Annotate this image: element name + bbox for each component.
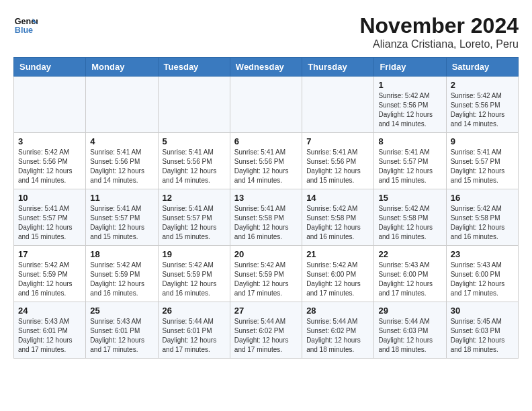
calendar-cell: 6Sunrise: 5:41 AMSunset: 5:56 PMDaylight… xyxy=(230,133,302,189)
calendar-cell: 26Sunrise: 5:44 AMSunset: 6:01 PMDayligh… xyxy=(158,302,230,359)
day-info: Sunrise: 5:41 AMSunset: 5:57 PMDaylight:… xyxy=(18,204,81,242)
day-info: Sunrise: 5:42 AMSunset: 5:56 PMDaylight:… xyxy=(378,91,441,129)
calendar-cell: 3Sunrise: 5:42 AMSunset: 5:56 PMDaylight… xyxy=(14,133,86,189)
day-number: 22 xyxy=(378,249,441,259)
day-number: 27 xyxy=(234,306,298,316)
header-thursday: Thursday xyxy=(302,58,374,77)
calendar-cell: 18Sunrise: 5:42 AMSunset: 5:59 PMDayligh… xyxy=(86,246,158,302)
day-info: Sunrise: 5:41 AMSunset: 5:56 PMDaylight:… xyxy=(90,148,153,185)
calendar-cell: 1Sunrise: 5:42 AMSunset: 5:56 PMDaylight… xyxy=(374,77,446,133)
day-info: Sunrise: 5:42 AMSunset: 5:56 PMDaylight:… xyxy=(18,148,81,185)
day-number: 12 xyxy=(163,193,226,203)
calendar-cell: 27Sunrise: 5:44 AMSunset: 6:02 PMDayligh… xyxy=(230,302,302,359)
calendar-cell: 22Sunrise: 5:43 AMSunset: 6:00 PMDayligh… xyxy=(374,246,446,302)
calendar-cell xyxy=(302,77,374,133)
header-sunday: Sunday xyxy=(14,58,86,77)
day-info: Sunrise: 5:43 AMSunset: 6:01 PMDaylight:… xyxy=(90,317,153,355)
calendar-table: Sunday Monday Tuesday Wednesday Thursday… xyxy=(13,57,519,359)
day-number: 5 xyxy=(163,136,226,146)
day-number: 14 xyxy=(306,193,369,203)
calendar-cell: 10Sunrise: 5:41 AMSunset: 5:57 PMDayligh… xyxy=(14,189,86,246)
week-row-1: 1Sunrise: 5:42 AMSunset: 5:56 PMDaylight… xyxy=(14,77,519,133)
day-number: 3 xyxy=(18,136,81,146)
calendar-cell: 30Sunrise: 5:45 AMSunset: 6:03 PMDayligh… xyxy=(446,302,518,359)
calendar-cell: 25Sunrise: 5:43 AMSunset: 6:01 PMDayligh… xyxy=(86,302,158,359)
week-row-2: 3Sunrise: 5:42 AMSunset: 5:56 PMDaylight… xyxy=(14,133,519,189)
logo-icon: General Blue xyxy=(13,13,38,38)
calendar-cell: 4Sunrise: 5:41 AMSunset: 5:56 PMDaylight… xyxy=(86,133,158,189)
day-number: 29 xyxy=(378,306,441,316)
calendar-cell: 17Sunrise: 5:42 AMSunset: 5:59 PMDayligh… xyxy=(14,246,86,302)
day-number: 19 xyxy=(163,249,226,259)
day-number: 25 xyxy=(90,306,153,316)
week-row-3: 10Sunrise: 5:41 AMSunset: 5:57 PMDayligh… xyxy=(14,189,519,246)
day-info: Sunrise: 5:43 AMSunset: 6:01 PMDaylight:… xyxy=(18,317,81,355)
week-row-5: 24Sunrise: 5:43 AMSunset: 6:01 PMDayligh… xyxy=(14,302,519,359)
day-number: 11 xyxy=(90,193,153,203)
day-number: 17 xyxy=(18,249,81,259)
day-number: 21 xyxy=(306,249,369,259)
logo: General Blue xyxy=(13,13,38,38)
calendar-cell xyxy=(14,77,86,133)
header-wednesday: Wednesday xyxy=(230,58,302,77)
day-info: Sunrise: 5:44 AMSunset: 6:02 PMDaylight:… xyxy=(306,317,369,355)
day-info: Sunrise: 5:45 AMSunset: 6:03 PMDaylight:… xyxy=(451,317,514,355)
calendar-cell: 28Sunrise: 5:44 AMSunset: 6:02 PMDayligh… xyxy=(302,302,374,359)
day-number: 16 xyxy=(451,193,514,203)
day-number: 28 xyxy=(306,306,369,316)
day-number: 24 xyxy=(18,306,81,316)
day-info: Sunrise: 5:42 AMSunset: 6:00 PMDaylight:… xyxy=(306,261,369,298)
calendar-cell: 15Sunrise: 5:42 AMSunset: 5:58 PMDayligh… xyxy=(374,189,446,246)
day-info: Sunrise: 5:41 AMSunset: 5:56 PMDaylight:… xyxy=(163,148,226,185)
calendar-cell: 23Sunrise: 5:43 AMSunset: 6:00 PMDayligh… xyxy=(446,246,518,302)
calendar-cell: 14Sunrise: 5:42 AMSunset: 5:58 PMDayligh… xyxy=(302,189,374,246)
calendar-cell: 13Sunrise: 5:41 AMSunset: 5:58 PMDayligh… xyxy=(230,189,302,246)
calendar-cell xyxy=(230,77,302,133)
day-info: Sunrise: 5:42 AMSunset: 5:59 PMDaylight:… xyxy=(234,261,298,298)
subtitle: Alianza Cristiana, Loreto, Peru xyxy=(359,38,519,50)
day-info: Sunrise: 5:42 AMSunset: 5:56 PMDaylight:… xyxy=(451,91,514,129)
header-saturday: Saturday xyxy=(446,58,518,77)
day-number: 20 xyxy=(234,249,298,259)
day-number: 30 xyxy=(451,306,514,316)
day-info: Sunrise: 5:42 AMSunset: 5:58 PMDaylight:… xyxy=(378,204,441,242)
week-row-4: 17Sunrise: 5:42 AMSunset: 5:59 PMDayligh… xyxy=(14,246,519,302)
day-info: Sunrise: 5:43 AMSunset: 6:00 PMDaylight:… xyxy=(378,261,441,298)
calendar-cell: 24Sunrise: 5:43 AMSunset: 6:01 PMDayligh… xyxy=(14,302,86,359)
day-number: 18 xyxy=(90,249,153,259)
day-info: Sunrise: 5:42 AMSunset: 5:58 PMDaylight:… xyxy=(451,204,514,242)
calendar-cell: 11Sunrise: 5:41 AMSunset: 5:57 PMDayligh… xyxy=(86,189,158,246)
day-info: Sunrise: 5:41 AMSunset: 5:58 PMDaylight:… xyxy=(234,204,298,242)
day-info: Sunrise: 5:42 AMSunset: 5:59 PMDaylight:… xyxy=(18,261,81,298)
calendar-cell: 9Sunrise: 5:41 AMSunset: 5:57 PMDaylight… xyxy=(446,133,518,189)
day-number: 9 xyxy=(451,136,514,146)
day-number: 15 xyxy=(378,193,441,203)
calendar-cell xyxy=(86,77,158,133)
day-number: 23 xyxy=(451,249,514,259)
day-info: Sunrise: 5:41 AMSunset: 5:56 PMDaylight:… xyxy=(306,148,369,185)
day-number: 1 xyxy=(378,80,441,90)
day-number: 13 xyxy=(234,193,298,203)
day-number: 4 xyxy=(90,136,153,146)
calendar-cell: 16Sunrise: 5:42 AMSunset: 5:58 PMDayligh… xyxy=(446,189,518,246)
calendar-cell: 19Sunrise: 5:42 AMSunset: 5:59 PMDayligh… xyxy=(158,246,230,302)
day-info: Sunrise: 5:44 AMSunset: 6:03 PMDaylight:… xyxy=(378,317,441,355)
calendar-cell xyxy=(158,77,230,133)
title-area: November 2024 Alianza Cristiana, Loreto,… xyxy=(359,13,519,50)
calendar-cell: 12Sunrise: 5:41 AMSunset: 5:57 PMDayligh… xyxy=(158,189,230,246)
day-number: 10 xyxy=(18,193,81,203)
day-info: Sunrise: 5:41 AMSunset: 5:57 PMDaylight:… xyxy=(90,204,153,242)
calendar-cell: 7Sunrise: 5:41 AMSunset: 5:56 PMDaylight… xyxy=(302,133,374,189)
calendar-cell: 29Sunrise: 5:44 AMSunset: 6:03 PMDayligh… xyxy=(374,302,446,359)
day-info: Sunrise: 5:41 AMSunset: 5:56 PMDaylight:… xyxy=(234,148,298,185)
day-number: 7 xyxy=(306,136,369,146)
day-info: Sunrise: 5:44 AMSunset: 6:01 PMDaylight:… xyxy=(163,317,226,355)
day-info: Sunrise: 5:42 AMSunset: 5:59 PMDaylight:… xyxy=(90,261,153,298)
svg-text:Blue: Blue xyxy=(15,26,33,35)
day-info: Sunrise: 5:41 AMSunset: 5:57 PMDaylight:… xyxy=(163,204,226,242)
month-title: November 2024 xyxy=(359,13,519,38)
day-number: 8 xyxy=(378,136,441,146)
day-info: Sunrise: 5:41 AMSunset: 5:57 PMDaylight:… xyxy=(378,148,441,185)
day-info: Sunrise: 5:44 AMSunset: 6:02 PMDaylight:… xyxy=(234,317,298,355)
calendar-header-row: Sunday Monday Tuesday Wednesday Thursday… xyxy=(14,58,519,77)
